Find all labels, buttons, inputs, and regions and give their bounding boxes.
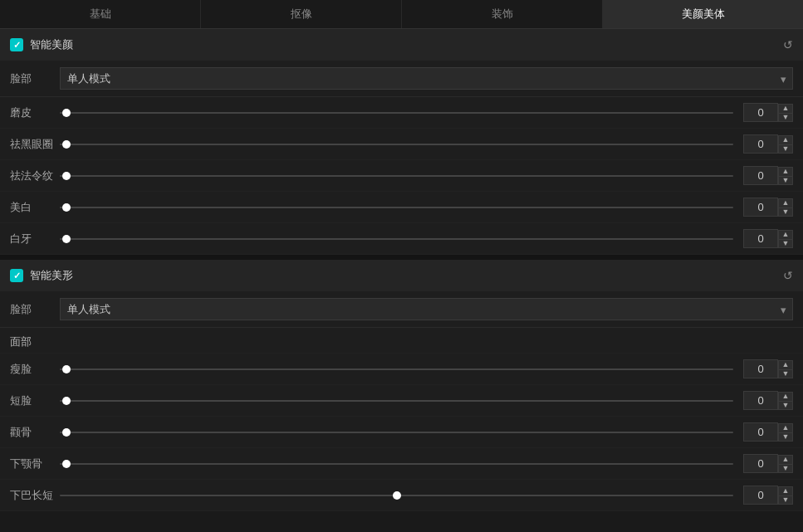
- beauty-face-mode-select-wrapper[interactable]: 单人模式: [60, 67, 793, 90]
- slider-thumb-slim-face[interactable]: [62, 365, 71, 373]
- spinner-up-dark-circles[interactable]: ▲: [778, 135, 793, 144]
- slider-label-jaw: 下颚骨: [10, 456, 60, 471]
- slider-thumb-dark-circles[interactable]: [62, 140, 71, 149]
- beauty-shape-title: 智能美形: [30, 268, 73, 283]
- spinner-down-teeth[interactable]: ▼: [778, 239, 793, 248]
- beauty-shape-reset[interactable]: ↺: [783, 269, 793, 282]
- slider-track-jaw[interactable]: [60, 456, 733, 472]
- beauty-shape-header: 智能美形 ↺: [0, 260, 803, 291]
- slider-label-nasolabial: 祛法令纹: [10, 168, 60, 183]
- slider-label-mopping: 磨皮: [10, 105, 60, 120]
- beauty-shape-mode-select[interactable]: 单人模式: [60, 298, 793, 320]
- slider-label-chin-length: 下巴长短: [10, 488, 60, 503]
- beauty-shape-mode-select-wrapper[interactable]: 单人模式: [60, 298, 793, 320]
- beauty-shape-section: 智能美形 ↺ 脸部 单人模式 面部 瘦脸 ▲ ▼ 短脸: [0, 260, 803, 511]
- spinner-down-short-face[interactable]: ▼: [778, 401, 793, 410]
- slider-value-jaw[interactable]: [743, 454, 778, 473]
- spinner-up-cheekbone[interactable]: ▲: [778, 423, 793, 432]
- beauty-face-section: 智能美颜 ↺ 脸部 单人模式 磨皮 ▲ ▼ 祛黑眼圈: [0, 29, 803, 255]
- beauty-face-checkbox[interactable]: [10, 38, 23, 51]
- spinner-down-mopping[interactable]: ▼: [778, 113, 793, 122]
- slider-label-cheekbone: 颧骨: [10, 425, 60, 440]
- slider-row-mopping: 磨皮 ▲ ▼: [0, 97, 803, 129]
- slider-row-jaw: 下颚骨 ▲ ▼: [0, 448, 803, 480]
- beauty-face-mode-row: 脸部 单人模式: [0, 61, 803, 97]
- beauty-face-reset[interactable]: ↺: [783, 38, 793, 51]
- spinner-down-chin-length[interactable]: ▼: [778, 495, 793, 505]
- slider-value-short-face[interactable]: [743, 391, 778, 410]
- slider-row-slim-face: 瘦脸 ▲ ▼: [0, 354, 803, 385]
- spinner-down-whitening[interactable]: ▼: [778, 207, 793, 217]
- slider-label-whitening: 美白: [10, 200, 60, 215]
- spinner-up-short-face[interactable]: ▲: [778, 392, 793, 401]
- beauty-face-face-label: 脸部: [10, 71, 60, 86]
- slider-thumb-jaw[interactable]: [62, 460, 71, 468]
- slider-value-mopping[interactable]: [743, 103, 778, 122]
- spinner-up-nasolabial[interactable]: ▲: [778, 167, 793, 176]
- spinner-down-cheekbone[interactable]: ▼: [778, 432, 793, 442]
- slider-track-teeth[interactable]: [60, 231, 733, 247]
- beauty-face-header: 智能美颜 ↺: [0, 29, 803, 61]
- slider-row-teeth: 白牙 ▲ ▼: [0, 223, 803, 255]
- slider-value-teeth[interactable]: [743, 229, 778, 248]
- spinner-down-dark-circles[interactable]: ▼: [778, 144, 793, 154]
- slider-label-dark-circles: 祛黑眼圈: [10, 137, 60, 152]
- slider-thumb-whitening[interactable]: [62, 203, 71, 212]
- slider-track-mopping[interactable]: [60, 105, 733, 121]
- slider-row-short-face: 短脸 ▲ ▼: [0, 385, 803, 417]
- slider-track-cheekbone[interactable]: [60, 424, 733, 441]
- beauty-face-title: 智能美颜: [30, 37, 73, 52]
- tab-portrait[interactable]: 抠像: [201, 0, 402, 28]
- slider-value-nasolabial[interactable]: [743, 166, 778, 185]
- slider-row-cheekbone: 颧骨 ▲ ▼: [0, 417, 803, 448]
- slider-value-whitening[interactable]: [743, 198, 778, 217]
- slider-label-slim-face: 瘦脸: [10, 362, 60, 377]
- tab-bar: 基础 抠像 装饰 美颜美体: [0, 0, 803, 29]
- slider-thumb-nasolabial[interactable]: [62, 172, 71, 180]
- slider-row-nasolabial: 祛法令纹 ▲ ▼: [0, 160, 803, 192]
- slider-track-nasolabial[interactable]: [60, 168, 733, 184]
- slider-track-dark-circles[interactable]: [60, 136, 733, 153]
- spinner-up-slim-face[interactable]: ▲: [778, 360, 793, 369]
- slider-thumb-chin-length[interactable]: [393, 491, 401, 500]
- slider-track-short-face[interactable]: [60, 393, 733, 409]
- slider-value-dark-circles[interactable]: [743, 134, 778, 154]
- slider-thumb-short-face[interactable]: [62, 397, 71, 405]
- slider-row-chin-length: 下巴长短 ▲ ▼: [0, 480, 803, 511]
- tab-sticker[interactable]: 装饰: [402, 0, 603, 28]
- spinner-up-whitening[interactable]: ▲: [778, 198, 793, 207]
- spinner-up-jaw[interactable]: ▲: [778, 455, 793, 464]
- slider-row-whitening: 美白 ▲ ▼: [0, 192, 803, 223]
- slider-value-slim-face[interactable]: [743, 359, 778, 378]
- spinner-up-chin-length[interactable]: ▲: [778, 486, 793, 495]
- slider-label-teeth: 白牙: [10, 232, 60, 246]
- spinner-down-nasolabial[interactable]: ▼: [778, 176, 793, 185]
- slider-thumb-mopping[interactable]: [62, 109, 71, 117]
- tab-beauty[interactable]: 美颜美体: [603, 0, 803, 28]
- beauty-shape-checkbox[interactable]: [10, 269, 23, 282]
- slider-track-slim-face[interactable]: [60, 361, 733, 378]
- slider-thumb-cheekbone[interactable]: [62, 428, 71, 437]
- spinner-up-teeth[interactable]: ▲: [778, 230, 793, 239]
- slider-track-chin-length[interactable]: [60, 487, 733, 504]
- slider-row-dark-circles: 祛黑眼圈 ▲ ▼: [0, 129, 803, 160]
- tab-basic[interactable]: 基础: [0, 0, 201, 28]
- beauty-face-mode-select[interactable]: 单人模式: [60, 67, 793, 90]
- slider-value-chin-length[interactable]: [743, 486, 778, 505]
- spinner-up-mopping[interactable]: ▲: [778, 104, 793, 113]
- beauty-shape-face-label: 脸部: [10, 302, 60, 317]
- beauty-shape-subsection: 面部: [0, 328, 803, 354]
- slider-thumb-teeth[interactable]: [62, 235, 71, 243]
- slider-label-short-face: 短脸: [10, 393, 60, 408]
- slider-track-whitening[interactable]: [60, 199, 733, 216]
- spinner-down-jaw[interactable]: ▼: [778, 464, 793, 473]
- slider-value-cheekbone[interactable]: [743, 422, 778, 442]
- beauty-shape-mode-row: 脸部 单人模式: [0, 291, 803, 328]
- spinner-down-slim-face[interactable]: ▼: [778, 369, 793, 378]
